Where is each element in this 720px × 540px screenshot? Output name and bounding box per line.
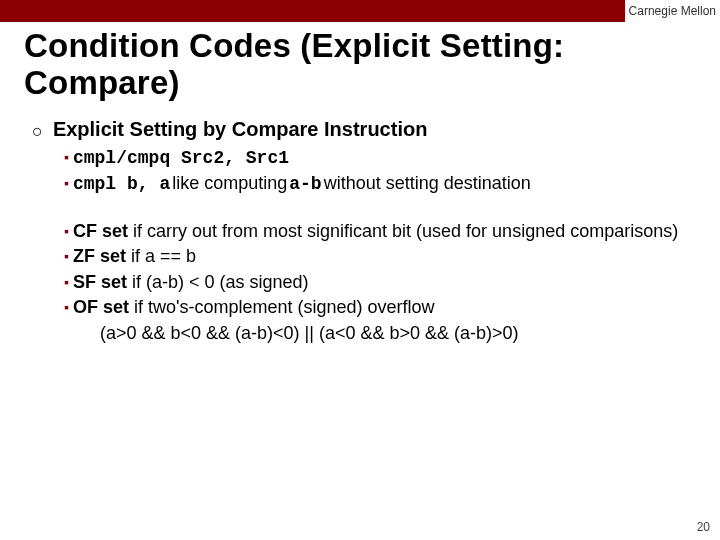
- code-text: cmpl/cmpq Src2, Src1: [73, 147, 289, 170]
- slide: Carnegie Mellon Condition Codes (Explici…: [0, 0, 720, 540]
- bullet-zf: ▪ ZF set if a == b: [64, 245, 692, 268]
- text: if a == b: [126, 246, 196, 266]
- square-bullet-icon: ▪: [64, 275, 69, 289]
- bullet-group-2: ▪ CF set if carry out from most signific…: [64, 220, 692, 345]
- text: if (a-b) < 0 (as signed): [127, 272, 309, 292]
- square-bullet-icon: ▪: [64, 150, 69, 164]
- bullet-sf: ▪ SF set if (a-b) < 0 (as signed): [64, 271, 692, 294]
- bullet-cmp-explain: ▪ cmpl b, a like computing a-b without s…: [64, 172, 692, 196]
- bullet-cf: ▪ CF set if carry out from most signific…: [64, 220, 692, 243]
- flag-name: ZF set: [73, 246, 126, 266]
- text: without setting destination: [324, 172, 531, 195]
- flag-name: CF set: [73, 221, 128, 241]
- text: if carry out from most significant bit (…: [128, 221, 678, 241]
- hollow-circle-bullet-icon: ○: [32, 122, 43, 140]
- slide-body: ○ Explicit Setting by Compare Instructio…: [0, 118, 720, 345]
- spacer: [28, 199, 692, 217]
- text: like computing: [172, 172, 287, 195]
- slide-title: Condition Codes (Explicit Setting: Compa…: [0, 22, 720, 112]
- page-number: 20: [697, 520, 710, 534]
- code-text: cmpl b, a: [73, 173, 170, 196]
- bullet-group-1: ▪ cmpl/cmpq Src2, Src1 ▪ cmpl b, a like …: [64, 147, 692, 196]
- of-condition-expr: (a>0 && b<0 && (a-b)<0) || (a<0 && b>0 &…: [100, 322, 692, 345]
- top-bar: Carnegie Mellon: [0, 0, 720, 22]
- section-heading: Explicit Setting by Compare Instruction: [53, 118, 428, 141]
- code-text: a-b: [289, 173, 321, 196]
- square-bullet-icon: ▪: [64, 300, 69, 314]
- flag-name: OF set: [73, 297, 129, 317]
- square-bullet-icon: ▪: [64, 224, 69, 238]
- square-bullet-icon: ▪: [64, 249, 69, 263]
- square-bullet-icon: ▪: [64, 176, 69, 190]
- bullet-of: ▪ OF set if two's-complement (signed) ov…: [64, 296, 692, 319]
- brand-label: Carnegie Mellon: [629, 4, 716, 18]
- brand-box: Carnegie Mellon: [625, 0, 720, 22]
- text: if two's-complement (signed) overflow: [129, 297, 435, 317]
- section-heading-row: ○ Explicit Setting by Compare Instructio…: [32, 118, 692, 141]
- flag-name: SF set: [73, 272, 127, 292]
- bullet-cmp-syntax: ▪ cmpl/cmpq Src2, Src1: [64, 147, 692, 170]
